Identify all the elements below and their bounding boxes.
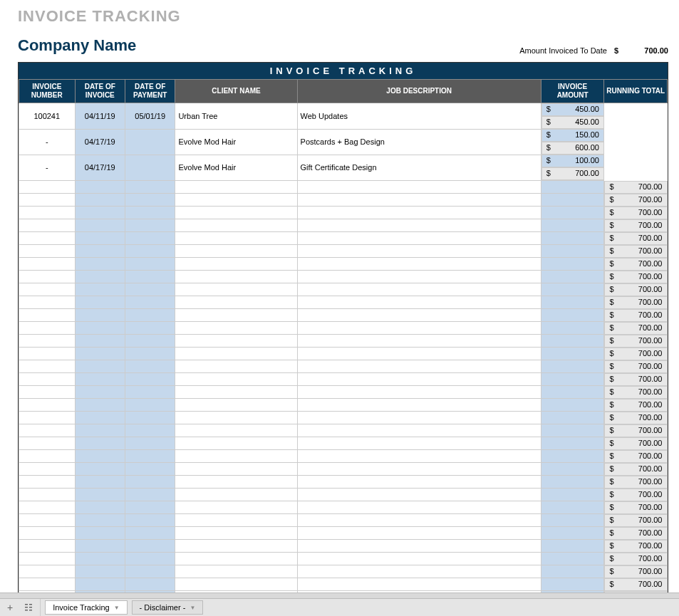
cell-running-total[interactable]: $700.00 [604,463,667,476]
cell-date-invoice[interactable] [75,335,125,348]
table-row[interactable]: $700.00 [19,335,668,348]
cell-invoice-number[interactable] [19,322,76,335]
cell-running-total[interactable]: $700.00 [604,514,667,527]
cell-invoice-number[interactable] [19,309,76,322]
cell-date-invoice[interactable] [75,412,125,424]
cell-invoice-amount[interactable] [541,540,604,553]
cell-date-payment[interactable] [125,514,175,527]
cell-invoice-amount[interactable] [541,296,604,309]
table-row[interactable]: $700.00 [19,258,668,271]
table-row[interactable]: $700.00 [19,489,668,501]
header-date-invoice[interactable]: DATE OF INVOICE [75,80,125,103]
add-sheet-button[interactable]: + [3,602,17,613]
cell-invoice-amount[interactable] [541,514,604,527]
cell-client-name[interactable] [175,399,297,412]
cell-invoice-amount[interactable] [541,271,604,283]
table-row[interactable]: $700.00 [19,450,668,463]
cell-job-description[interactable] [297,296,541,309]
cell-date-invoice[interactable] [75,245,125,258]
cell-invoice-amount[interactable] [541,565,604,578]
cell-date-invoice[interactable]: 04/11/19 [75,103,125,130]
table-row[interactable]: $700.00 [19,207,668,219]
cell-job-description[interactable] [297,219,541,232]
cell-client-name[interactable]: Urban Tree [175,103,297,130]
cell-running-total[interactable]: $700.00 [604,309,667,322]
cell-client-name[interactable] [175,527,297,540]
table-row[interactable]: $700.00 [19,245,668,258]
cell-running-total[interactable]: $700.00 [604,437,667,450]
cell-invoice-number[interactable] [19,463,76,476]
tab-invoice-tracking[interactable]: Invoice Tracking ▼ [45,600,127,615]
table-row[interactable]: $700.00 [19,514,668,527]
cell-date-invoice[interactable] [75,565,125,578]
table-row[interactable]: $700.00 [19,578,668,591]
cell-job-description[interactable] [297,258,541,271]
cell-client-name[interactable] [175,335,297,348]
cell-date-invoice[interactable] [75,283,125,296]
cell-client-name[interactable] [175,424,297,437]
cell-date-payment[interactable] [125,207,175,219]
cell-client-name[interactable] [175,540,297,553]
cell-running-total[interactable]: $700.00 [604,565,667,578]
cell-client-name[interactable] [175,194,297,207]
cell-date-invoice[interactable] [75,527,125,540]
cell-job-description[interactable] [297,309,541,322]
cell-date-invoice[interactable] [75,322,125,335]
cell-job-description[interactable] [297,450,541,463]
table-row[interactable]: $700.00 [19,181,668,194]
table-row[interactable]: $700.00 [19,232,668,245]
cell-running-total[interactable]: $700.00 [604,181,667,194]
table-row[interactable]: $700.00 [19,412,668,424]
cell-date-payment[interactable] [125,348,175,360]
cell-invoice-amount[interactable] [541,232,604,245]
cell-running-total[interactable]: $700.00 [604,283,667,296]
cell-client-name[interactable] [175,373,297,386]
cell-invoice-number[interactable]: - [19,155,76,181]
cell-invoice-number[interactable] [19,232,76,245]
cell-running-total[interactable]: $700.00 [604,424,667,437]
cell-date-invoice[interactable] [75,181,125,194]
chevron-down-icon[interactable]: ▼ [190,605,195,611]
cell-invoice-amount[interactable] [541,219,604,232]
cell-client-name[interactable] [175,219,297,232]
cell-job-description[interactable] [297,553,541,565]
cell-client-name[interactable] [175,386,297,399]
cell-client-name[interactable] [175,271,297,283]
cell-invoice-amount[interactable] [541,245,604,258]
cell-date-invoice[interactable] [75,258,125,271]
cell-invoice-amount[interactable] [541,322,604,335]
cell-job-description[interactable] [297,412,541,424]
cell-running-total[interactable]: $700.00 [604,399,667,412]
cell-job-description[interactable] [297,373,541,386]
cell-invoice-number[interactable] [19,540,76,553]
cell-running-total[interactable]: $700.00 [604,553,667,565]
cell-running-total[interactable]: $700.00 [604,207,667,219]
cell-job-description[interactable] [297,335,541,348]
cell-invoice-amount[interactable] [541,578,604,591]
cell-date-payment[interactable] [125,476,175,489]
cell-date-payment[interactable] [125,540,175,553]
cell-invoice-amount[interactable] [541,348,604,360]
cell-date-payment[interactable] [125,258,175,271]
table-row[interactable]: -04/17/19Evolve Mod HairPostcards + Bag … [19,129,668,155]
cell-date-invoice[interactable] [75,207,125,219]
cell-client-name[interactable] [175,181,297,194]
table-row[interactable]: $700.00 [19,399,668,412]
cell-invoice-number[interactable] [19,476,76,489]
cell-invoice-amount[interactable] [541,412,604,424]
cell-client-name[interactable] [175,296,297,309]
cell-date-payment[interactable] [125,527,175,540]
cell-invoice-number[interactable] [19,399,76,412]
cell-client-name[interactable] [175,412,297,424]
cell-date-payment[interactable] [125,296,175,309]
cell-invoice-number[interactable] [19,553,76,565]
cell-client-name[interactable] [175,245,297,258]
cell-invoice-amount[interactable]: $450.00 [541,103,604,116]
cell-job-description[interactable]: Web Updates [297,103,541,130]
cell-job-description[interactable] [297,501,541,514]
cell-invoice-number[interactable]: - [19,129,76,155]
cell-client-name[interactable] [175,463,297,476]
cell-date-payment[interactable] [125,501,175,514]
cell-invoice-number[interactable] [19,348,76,360]
cell-date-payment[interactable] [125,386,175,399]
